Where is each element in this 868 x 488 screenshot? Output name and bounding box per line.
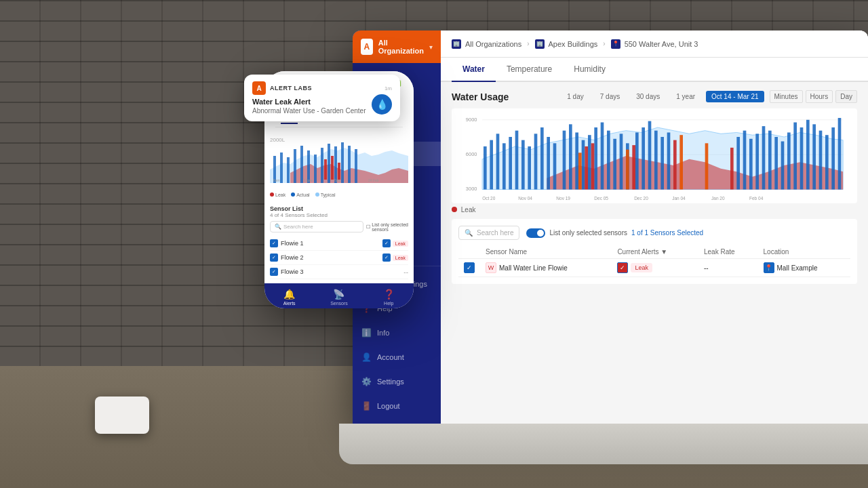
sidebar-item-info[interactable]: ℹ️ Info xyxy=(353,321,441,345)
svg-text:Oct 20: Oct 20 xyxy=(482,196,496,201)
sidebar-org-name: All Organization xyxy=(378,39,424,55)
phone-nav-alerts[interactable]: 🔔 Alerts xyxy=(264,289,314,306)
org-dropdown-icon[interactable]: ▾ xyxy=(429,43,433,51)
breadcrumb-chevron-2: › xyxy=(603,40,605,47)
svg-text:6000: 6000 xyxy=(466,151,477,157)
row-leak-rate: -- xyxy=(698,259,758,277)
breadcrumb-apex-label: Apex Buildings xyxy=(549,40,598,48)
view-buttons: Minutes Hours Day xyxy=(770,90,858,103)
phone-nav-help[interactable]: ❓ Help xyxy=(364,289,414,306)
chart-controls: 1 day 7 days 30 days 1 year Oct 14 - Mar… xyxy=(561,90,857,103)
tabs-bar: Water Temperature Humidity xyxy=(441,58,868,82)
leak-legend-dot xyxy=(270,192,274,197)
svg-text:6pm: 6pm xyxy=(334,178,341,182)
leak-legend: Leak xyxy=(452,206,475,214)
svg-rect-41 xyxy=(553,143,557,189)
sensor-search-mini: 🔍 Search here ☐ List only selectedsensor… xyxy=(270,221,408,232)
svg-rect-37 xyxy=(528,146,531,189)
date-range[interactable]: Oct 14 - Mar 21 xyxy=(706,91,764,102)
breadcrumb-address[interactable]: 📍 550 Walter Ave, Unit 3 xyxy=(611,39,698,49)
breadcrumb-chevron-1: › xyxy=(527,40,529,47)
notification-time: 1m xyxy=(384,85,392,92)
sidebar-item-account[interactable]: 👤 Account xyxy=(353,345,441,369)
svg-text:9000: 9000 xyxy=(466,117,477,123)
checkbox-icon: ☐ xyxy=(366,224,370,230)
tab-humidity[interactable]: Humidity xyxy=(563,58,616,82)
svg-rect-47 xyxy=(594,127,597,189)
chart-legend: Leak xyxy=(452,206,857,214)
svg-rect-39 xyxy=(540,127,544,189)
row-location: 📍 Mall Example xyxy=(758,259,850,277)
list-only-toggle[interactable] xyxy=(526,228,545,238)
sensor-checkbox-2[interactable]: ✓ xyxy=(270,253,278,262)
row-alert-cell: ✓ Leak xyxy=(612,259,698,277)
svg-rect-83 xyxy=(831,127,835,189)
svg-rect-11 xyxy=(334,146,337,183)
svg-rect-32 xyxy=(496,134,500,189)
main-content: 🏢 All Organizations › 🏢 Apex Buildings ›… xyxy=(441,30,868,424)
svg-rect-12 xyxy=(341,142,344,183)
row-checkbox-cell[interactable]: ✓ xyxy=(458,259,480,277)
svg-rect-73 xyxy=(768,131,772,190)
tab-water[interactable]: Water xyxy=(452,58,496,82)
toggle-label: List only selected sensors xyxy=(549,229,627,237)
th-current-alerts[interactable]: Current Alerts ▼ xyxy=(612,245,698,259)
row-sensor-icon: W xyxy=(486,262,496,273)
sensor-checkbox-3[interactable]: ✓ xyxy=(270,268,278,276)
time-btn-7days[interactable]: 7 days xyxy=(595,91,625,102)
sidebar-item-settings[interactable]: ⚙️ Settings xyxy=(353,369,441,394)
leak-checkbox-1: ✓ xyxy=(382,239,391,247)
info-icon: ℹ️ xyxy=(361,327,372,338)
svg-rect-36 xyxy=(521,140,525,190)
sensor-checkbox-1[interactable]: ✓ xyxy=(270,239,278,247)
toggle-status: 1 of 1 Sensors Selected xyxy=(631,229,703,237)
svg-rect-15 xyxy=(324,159,327,180)
app-logo: A xyxy=(361,39,373,55)
account-icon: 👤 xyxy=(361,352,372,363)
toggle-thumb xyxy=(537,230,544,237)
phone-nav-sensors[interactable]: 📡 Sensors xyxy=(314,289,363,306)
sensor-search-input[interactable]: 🔍 Search here xyxy=(458,226,519,240)
sidebar-item-logout[interactable]: 🚪 Logout xyxy=(353,394,441,418)
view-btn-minutes[interactable]: Minutes xyxy=(770,90,803,103)
svg-rect-43 xyxy=(569,124,572,189)
svg-rect-82 xyxy=(825,135,829,189)
sensor-name-cell: Mall Water Line Flowie xyxy=(499,264,568,272)
svg-text:Dec 05: Dec 05 xyxy=(594,196,608,201)
svg-text:6am: 6am xyxy=(273,178,280,182)
svg-rect-79 xyxy=(806,120,810,190)
alert-badge: Leak xyxy=(631,263,652,272)
list-only-label: List only selectedsensors xyxy=(372,222,408,232)
time-btn-1year[interactable]: 1 year xyxy=(671,91,701,102)
svg-text:Dec 20: Dec 20 xyxy=(634,196,648,201)
time-btn-1day[interactable]: 1 day xyxy=(561,91,589,102)
breadcrumb-orgs[interactable]: 🏢 All Organizations xyxy=(452,39,521,49)
typical-legend-dot xyxy=(315,192,319,197)
phone-search-box[interactable]: 🔍 Search here xyxy=(270,221,363,232)
sensor-status-2: ✓ Leak xyxy=(382,253,408,262)
svg-rect-33 xyxy=(502,143,506,189)
phone-sensor-list: Sensor List 4 of 4 Sensors Selected 🔍 Se… xyxy=(264,201,414,283)
leak-legend-label: Leak xyxy=(275,192,285,197)
breadcrumb-orgs-label: All Organizations xyxy=(465,40,521,48)
sensor-table-area: 🔍 Search here List only selected sensors… xyxy=(452,219,857,284)
svg-text:24 Feb: 24 Feb xyxy=(368,178,379,182)
svg-text:Jan 04: Jan 04 xyxy=(672,196,686,201)
svg-rect-31 xyxy=(490,140,493,190)
sidebar-settings-label: Settings xyxy=(377,378,404,386)
breadcrumb-apex[interactable]: 🏢 Apex Buildings xyxy=(535,39,598,49)
leak-tag-2: Leak xyxy=(393,255,408,261)
svg-rect-56 xyxy=(654,131,658,190)
view-btn-hours[interactable]: Hours xyxy=(806,90,833,103)
tab-temperature[interactable]: Temperature xyxy=(496,58,563,82)
list-only-checkbox[interactable]: ☐ List only selectedsensors xyxy=(366,222,408,232)
sidebar-header[interactable]: A All Organization ▾ xyxy=(353,30,441,63)
time-btn-30days[interactable]: 30 days xyxy=(631,91,665,102)
svg-rect-54 xyxy=(642,127,645,189)
svg-rect-14 xyxy=(355,149,357,183)
leak-legend-color xyxy=(452,207,457,212)
sensor-label-1: Flowie 1 xyxy=(281,240,304,247)
notification-subtitle: Abnormal Water Use - Garden Center xyxy=(252,107,392,115)
view-btn-day[interactable]: Day xyxy=(835,90,857,103)
svg-rect-5 xyxy=(294,149,296,183)
